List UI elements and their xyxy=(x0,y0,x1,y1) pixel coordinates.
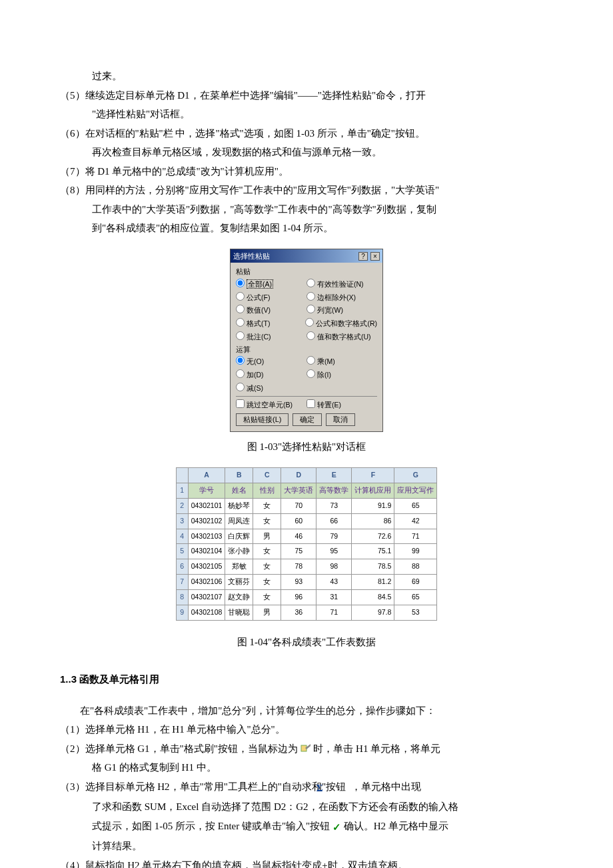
dialog-titlebar: 选择性粘贴 ? × xyxy=(231,249,382,263)
section-title: 1..3 函数及单元格引用 xyxy=(60,670,553,689)
format-painter-cursor-icon xyxy=(301,744,311,753)
step-5-cont: "选择性粘贴"对话框。 xyxy=(60,105,553,124)
paragraph: 过来。 xyxy=(60,67,553,86)
radio-colwidth[interactable]: 列宽(W) xyxy=(306,306,343,314)
step-5: （5）继续选定目标单元格 D1，在菜单栏中选择"编辑"——"选择性粘贴"命令，打… xyxy=(60,86,553,105)
step-6: （6）在对话框的"粘贴"栏 中，选择"格式"选项，如图 1-03 所示，单击"确… xyxy=(60,124,553,143)
radio-all[interactable]: 全部(A) xyxy=(236,280,273,288)
sec-step-3-cont3: 计算结果。 xyxy=(60,837,553,856)
step-7: （7）将 D1 单元格中的"总成绩"改为"计算机应用"。 xyxy=(60,162,553,181)
radio-comment[interactable]: 批注(C) xyxy=(236,333,271,341)
radio-noborder[interactable]: 边框除外(X) xyxy=(306,293,356,301)
help-icon[interactable]: ? xyxy=(358,252,368,261)
sec-step-1: （1）选择单元格 H1，在 H1 单元格中输入"总分"。 xyxy=(60,720,553,739)
radio-value[interactable]: 数值(V) xyxy=(236,306,271,314)
enter-check-icon: ✓ xyxy=(332,818,341,837)
step-8: （8）用同样的方法，分别将"应用文写作"工作表中的"应用文写作"列数据，"大学英… xyxy=(60,181,553,200)
figure-1-03-caption: 图 1-03"选择性粘贴"对话框 xyxy=(60,437,553,457)
spreadsheet-fig104: ABCDEFG1学号姓名性别大学英语高等数学计算机应用应用文写作20430210… xyxy=(176,467,438,621)
radio-numfmt[interactable]: 公式和数字格式(R) xyxy=(305,319,377,327)
sec-step-3: （3）选择目标单元格 H2，单击"常用"工具栏上的"自动求和"按钮 Σ ，单元格… xyxy=(60,777,553,798)
sec-step-4: （4）鼠标指向 H2 单元格右下角的填充柄，当鼠标指针变成+时，双击填充柄。 xyxy=(60,856,553,868)
close-icon[interactable]: × xyxy=(370,252,380,261)
figure-1-04: ABCDEFG1学号姓名性别大学英语高等数学计算机应用应用文写作20430210… xyxy=(60,467,553,627)
cancel-button[interactable]: 取消 xyxy=(326,413,355,426)
ok-button[interactable]: 确定 xyxy=(293,413,322,426)
radio-op-none[interactable]: 无(O) xyxy=(236,357,264,365)
radio-op-mul[interactable]: 乘(M) xyxy=(306,357,335,365)
sec-step-2-cont: 格 G1 的格式复制到 H1 中。 xyxy=(60,758,553,777)
check-transpose[interactable]: 转置(E) xyxy=(306,401,341,409)
sec-step-2: （2）选择单元格 G1，单击"格式刷"按钮，当鼠标边为 时，单击 H1 单元格，… xyxy=(60,739,553,759)
radio-op-div[interactable]: 除(I) xyxy=(306,371,331,379)
sec-step-3-cont2: 式提示，如图 1-05 所示，按 Enter 键或单击"输入"按钮 ✓ 确认。H… xyxy=(60,817,553,837)
dialog-title: 选择性粘贴 xyxy=(233,251,270,262)
paste-special-dialog: 选择性粘贴 ? × 粘贴 全部(A) 有效性验证(N) 公式(F) 边框除外(X… xyxy=(230,249,383,433)
figure-1-03: 选择性粘贴 ? × 粘贴 全部(A) 有效性验证(N) 公式(F) 边框除外(X… xyxy=(60,249,553,433)
radio-formula[interactable]: 公式(F) xyxy=(236,293,270,301)
radio-valnumfmt[interactable]: 值和数字格式(U) xyxy=(306,333,371,341)
radio-format[interactable]: 格式(T) xyxy=(236,319,270,327)
step-8-cont2: 到"各科成绩表"的相应位置。复制结果如图 1-04 所示。 xyxy=(60,219,553,238)
sec-step-3-cont1: 了求和函数 SUM，Excel 自动选择了范围 D2：G2，在函数下方还会有函数… xyxy=(60,797,553,817)
check-skip-blanks[interactable]: 跳过空单元(B) xyxy=(236,401,293,409)
radio-validation[interactable]: 有效性验证(N) xyxy=(306,280,364,288)
paste-link-button[interactable]: 粘贴链接(L) xyxy=(236,413,289,426)
step-6-cont: 再次检查目标单元格区域，发现数据的格式和值与源单元格一致。 xyxy=(60,143,553,162)
radio-op-add[interactable]: 加(D) xyxy=(236,371,264,379)
group-op-label: 运算 xyxy=(236,345,377,355)
section-intro: 在"各科成绩表"工作表中，增加"总分"列，计算每位学生的总分，操作步骤如下： xyxy=(60,701,553,721)
figure-1-04-caption: 图 1-04"各科成绩表"工作表数据 xyxy=(60,633,553,652)
group-paste-label: 粘贴 xyxy=(236,267,377,277)
radio-op-sub[interactable]: 减(S) xyxy=(236,384,263,392)
step-8-cont1: 工作表中的"大学英语"列数据，"高等数学"工作表中的"高等数学"列数据，复制 xyxy=(60,200,553,219)
